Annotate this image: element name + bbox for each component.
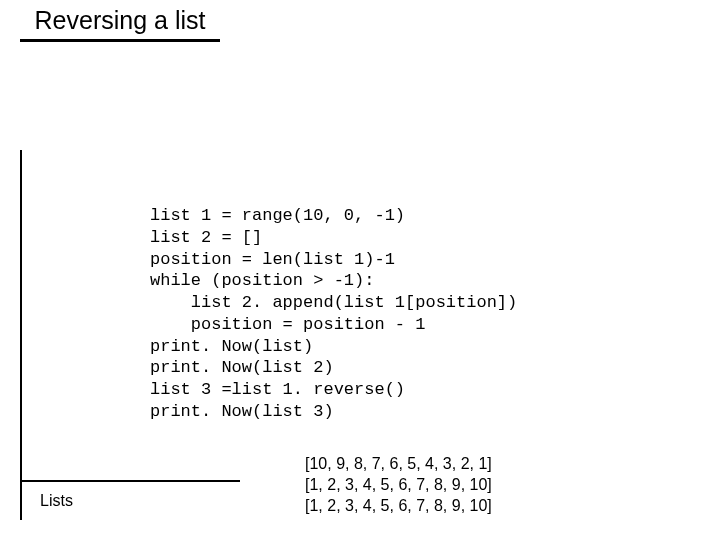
slide: Reversing a list list 1 = range(10, 0, -… [0, 0, 720, 540]
vertical-rule [20, 150, 22, 520]
code-block: list 1 = range(10, 0, -1) list 2 = [] po… [150, 205, 517, 423]
footer-rule [20, 480, 240, 482]
slide-title: Reversing a list [20, 6, 220, 42]
footer-label: Lists [40, 492, 73, 510]
output-block: [10, 9, 8, 7, 6, 5, 4, 3, 2, 1] [1, 2, 3… [305, 454, 492, 516]
